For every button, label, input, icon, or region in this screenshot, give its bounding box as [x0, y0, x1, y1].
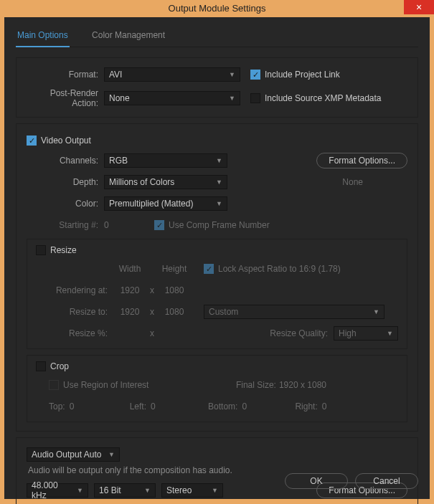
- lock-aspect-checkbox: [204, 264, 214, 274]
- resize-pct-label: Resize %:: [36, 328, 113, 338]
- audio-depth-value: 16 Bit: [99, 485, 121, 495]
- channels-label: Channels:: [27, 156, 104, 166]
- tab-main-options[interactable]: Main Options: [16, 26, 70, 47]
- resize-section: Resize Width Height Lock Aspect Ratio to…: [27, 239, 407, 349]
- chevron-down-icon: ▼: [387, 330, 393, 337]
- chevron-down-icon: ▼: [212, 487, 218, 494]
- crop-left-value: 0: [151, 401, 175, 412]
- depth-select[interactable]: Millions of Colors ▼: [104, 175, 227, 189]
- close-button[interactable]: ×: [404, 0, 434, 14]
- use-comp-frame-label: Use Comp Frame Number: [169, 220, 270, 230]
- chevron-down-icon: ▼: [144, 487, 151, 494]
- titlebar: Output Module Settings ×: [0, 0, 434, 17]
- color-label: Color:: [27, 199, 104, 209]
- audio-output-mode-select[interactable]: Audio Output Auto ▼: [27, 447, 120, 462]
- include-xmp-checkbox[interactable]: [250, 93, 260, 103]
- video-output-label: Video Output: [41, 135, 91, 146]
- ok-button[interactable]: OK: [285, 473, 348, 489]
- resize-preset-select: Custom ▼: [204, 305, 385, 319]
- final-size-label: Final Size:: [236, 380, 276, 390]
- channels-value: RGB: [109, 156, 128, 166]
- color-value: Premultiplied (Matted): [109, 199, 193, 209]
- resize-to-label: Resize to:: [36, 307, 113, 317]
- crop-left-label: Left:: [130, 401, 146, 412]
- post-render-label: Post-Render Action:: [27, 88, 104, 108]
- chevron-down-icon: ▼: [229, 95, 235, 102]
- resize-quality-label: Resize Quality:: [270, 328, 328, 338]
- resize-height-header: Height: [158, 264, 191, 274]
- rendering-width: 1920: [113, 285, 146, 295]
- resize-preset-value: Custom: [209, 307, 238, 317]
- starting-number-label: Starting #:: [27, 220, 104, 230]
- final-size-value: 1920 x 1080: [279, 380, 326, 390]
- format-options-status: None: [342, 177, 363, 187]
- resize-quality-select: High ▼: [334, 326, 398, 341]
- audio-panel: Audio Output Auto ▼ Audio will be output…: [16, 437, 418, 504]
- resize-checkbox[interactable]: [36, 245, 46, 255]
- chevron-down-icon: ▼: [216, 179, 222, 186]
- depth-label: Depth:: [27, 177, 104, 187]
- rendering-height: 1080: [158, 285, 191, 295]
- audio-rate-value: 48.000 kHz: [32, 480, 72, 500]
- close-icon: ×: [416, 1, 422, 13]
- format-value: AVI: [109, 70, 122, 80]
- dialog-window: Output Module Settings × Main Options Co…: [0, 0, 434, 504]
- post-render-select[interactable]: None ▼: [104, 91, 240, 105]
- audio-channels-select[interactable]: Stereo ▼: [161, 483, 223, 498]
- post-render-value: None: [109, 93, 130, 103]
- audio-channels-value: Stereo: [166, 485, 192, 495]
- crop-right-value: 0: [322, 401, 346, 412]
- crop-title: Crop: [50, 361, 69, 371]
- chevron-down-icon: ▼: [216, 157, 222, 164]
- use-comp-frame-checkbox: [154, 220, 164, 230]
- starting-number-value: 0: [104, 220, 128, 230]
- audio-depth-select[interactable]: 16 Bit ▼: [94, 483, 156, 498]
- crop-bottom-label: Bottom:: [208, 401, 237, 412]
- dialog-body: Main Options Color Management Format: AV…: [4, 17, 430, 499]
- channels-select[interactable]: RGB ▼: [104, 153, 227, 168]
- audio-rate-select[interactable]: 48.000 kHz ▼: [27, 483, 88, 498]
- resize-quality-value: High: [339, 328, 357, 338]
- format-select[interactable]: AVI ▼: [104, 67, 240, 82]
- tabs: Main Options Color Management: [16, 26, 418, 47]
- resize-width-header: Width: [113, 264, 146, 274]
- include-project-link-checkbox[interactable]: [250, 70, 260, 80]
- crop-checkbox[interactable]: [36, 361, 46, 371]
- tab-color-management[interactable]: Color Management: [90, 26, 166, 46]
- format-panel: Format: AVI ▼ Include Project Link Post-…: [16, 57, 418, 118]
- window-title: Output Module Settings: [169, 3, 266, 14]
- resize-to-height: 1080: [158, 307, 191, 317]
- depth-value: Millions of Colors: [109, 177, 174, 187]
- include-xmp-label: Include Source XMP Metadata: [265, 93, 382, 103]
- lock-aspect-label: Lock Aspect Ratio to 16:9 (1.78): [218, 264, 341, 274]
- chevron-down-icon: ▼: [229, 71, 235, 78]
- crop-section: Crop Use Region of Interest Final Size: …: [27, 355, 407, 422]
- dialog-footer: OK Cancel: [285, 473, 418, 489]
- resize-title: Resize: [50, 245, 77, 255]
- use-roi-checkbox: [49, 380, 59, 390]
- cancel-button[interactable]: Cancel: [355, 473, 418, 489]
- chevron-down-icon: ▼: [108, 451, 115, 458]
- video-panel: Video Output Channels: RGB ▼ Format Opti…: [16, 123, 418, 432]
- crop-top-value: 0: [70, 401, 94, 412]
- video-format-options-button[interactable]: Format Options...: [316, 153, 407, 168]
- rendering-at-label: Rendering at:: [36, 285, 113, 295]
- chevron-down-icon: ▼: [216, 200, 222, 207]
- crop-bottom-value: 0: [242, 401, 266, 412]
- video-output-checkbox[interactable]: [27, 135, 37, 146]
- resize-to-width: 1920: [113, 307, 146, 317]
- include-project-link-label: Include Project Link: [265, 70, 340, 80]
- chevron-down-icon: ▼: [77, 487, 83, 494]
- chevron-down-icon: ▼: [373, 308, 379, 315]
- format-label: Format:: [27, 70, 104, 80]
- crop-right-label: Right:: [295, 401, 317, 412]
- color-select[interactable]: Premultiplied (Matted) ▼: [104, 196, 227, 211]
- audio-output-mode-value: Audio Output Auto: [32, 450, 101, 460]
- crop-top-label: Top:: [49, 401, 65, 412]
- use-roi-label: Use Region of Interest: [63, 380, 148, 390]
